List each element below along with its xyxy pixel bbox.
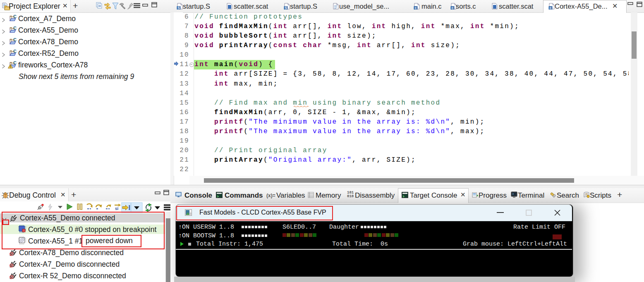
svg-text:si: si <box>115 206 119 211</box>
